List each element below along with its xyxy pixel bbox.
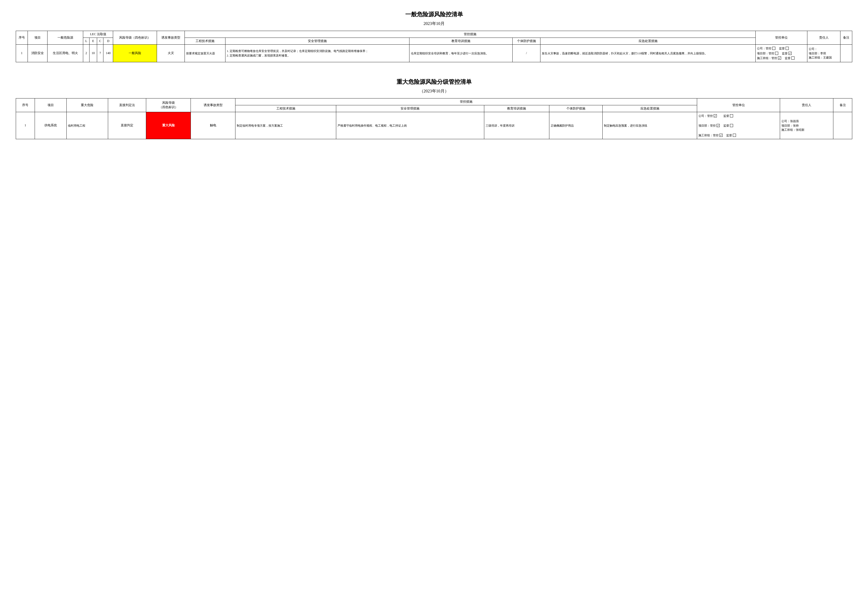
- t2-header-risk-level: 风险等级（四色标识）: [146, 98, 191, 112]
- cell-d: 140: [104, 45, 113, 62]
- header-responsible: 责任人: [807, 31, 840, 45]
- table1: 序号 项目 一般危险源 LEC 法取值 风险等级（四色标识） 诱发事故类型 管控…: [16, 31, 852, 62]
- t2-header-control-measures: 管控措施: [236, 98, 697, 105]
- cell-control-unit: 公司：管控 监督 项目部：管控 监督 施工班组：管控 监督: [756, 45, 807, 62]
- t2-cell-personal: 正确佩戴防护用品: [549, 112, 602, 139]
- cell-trigger: 火灾: [157, 45, 185, 62]
- t2-header-responsible: 责任人: [780, 98, 833, 112]
- cell-risk-level: 一般风险: [113, 45, 157, 62]
- t2-cb1: [714, 114, 717, 117]
- header-emergency: 应急处置措施: [541, 38, 756, 45]
- table1-subtitle: 2023年10月: [16, 21, 852, 26]
- header-personal: 个体防护措施: [513, 38, 541, 45]
- cell-e: 10: [89, 45, 97, 62]
- control-team: 施工班组：管控 监督: [757, 56, 806, 61]
- t2-cell-project: 供电系统: [35, 112, 67, 139]
- t2-cb3: [716, 124, 720, 127]
- t2-cell-responsible: 公司：张战强项目部：张帅施工班组：张绍新: [780, 112, 833, 139]
- cell-personal: /: [513, 45, 541, 62]
- cell-c: 7: [97, 45, 104, 62]
- header-safety-mgmt: 安全管理措施: [225, 38, 409, 45]
- t2-header-personal: 个体防护措施: [549, 105, 602, 112]
- header-c: C: [97, 38, 104, 45]
- t2-cell-education: 三级培训，年度再培训: [484, 112, 549, 139]
- t2-header-safety-mgmt: 安全管理措施: [336, 105, 484, 112]
- cb6: [791, 56, 795, 60]
- cb1: [772, 47, 775, 50]
- cell-responsible: 公司：项目部：李琪施工班组：王建国: [807, 45, 840, 62]
- header-risk-level: 风险等级（四色标识）: [113, 31, 157, 45]
- control-company: 公司：管控 监督: [757, 46, 806, 51]
- header-e: E: [89, 38, 97, 45]
- t2-header-control-unit: 管控单位: [697, 98, 780, 112]
- cell-seq: 1: [16, 45, 28, 62]
- table2-title: 重大危险源风险分级管控清单: [16, 78, 852, 86]
- t2-header-hazard: 重大危险: [67, 98, 108, 112]
- t2-cb5: [719, 134, 722, 137]
- cell-l: 2: [83, 45, 89, 62]
- t2-header-remarks: 备注: [833, 98, 852, 112]
- table1-section: 一般危险源风险控清单 2023年10月 序号 项目 一般危险源 LEC 法取值 …: [16, 11, 852, 62]
- table2-subtitle: （2023年10月）: [16, 89, 852, 94]
- t2-cb2: [730, 114, 733, 117]
- t2-control-company: 公司：管控 监督: [698, 114, 778, 118]
- control-project: 项目部：管控 监督: [757, 51, 806, 56]
- header-control-measures: 管控措施: [185, 31, 756, 38]
- header-engineering: 工程技术措施: [185, 38, 225, 45]
- t2-header-education: 教育培训措施: [484, 105, 549, 112]
- t2-header-engineering: 工程技术措施: [236, 105, 336, 112]
- header-education: 教育培训措施: [409, 38, 513, 45]
- t2-cell-engineering: 制定临时用电专项方案，按方案施工: [236, 112, 336, 139]
- header-trigger: 诱发事故类型: [157, 31, 185, 45]
- header-hazard: 一般危险源: [47, 31, 83, 45]
- header-project: 项目: [28, 31, 47, 45]
- t2-header-project: 项目: [35, 98, 67, 112]
- cell-emergency: 发生火灾事故，迅速切断电源，就近选取消防防器材，扑灭初起火灾，拨打119报警，同…: [541, 45, 756, 62]
- cell-hazard: 生活区用电、明火: [47, 45, 83, 62]
- header-lec: LEC 法取值: [83, 31, 113, 38]
- cb4: [789, 52, 792, 55]
- header-l: L: [83, 38, 89, 45]
- cell-safety-mgmt: 1. 定期检查可燃物堆放仓库安全管理状况，并及时记录；仓库定期组织安消防设施、电…: [225, 45, 409, 62]
- t2-cell-emergency: 制定触电应急预案，进行应急演练: [602, 112, 697, 139]
- t2-header-emergency: 应急处置措施: [602, 105, 697, 112]
- t2-cell-method: 直接判定: [108, 112, 146, 139]
- header-seq: 序号: [16, 31, 28, 45]
- cb3: [775, 52, 778, 55]
- t2-cell-safety-mgmt: 严格遵守临时用电操作规程、电工规程，电工持证上岗: [336, 112, 484, 139]
- t2-control-project: 项目部：管控 监督: [698, 123, 778, 128]
- t2-control-team: 施工班组：管控 监督: [698, 133, 778, 138]
- t2-cell-risk-level: 重大风险: [146, 112, 191, 139]
- cell-education: 仓库定期组织安全培训和教育，每年至少进行一次应急演练。: [409, 45, 513, 62]
- t2-cb4: [730, 124, 733, 127]
- t2-header-method: 直接判定法: [108, 98, 146, 112]
- table-row: 1 消防安全 生活区用电、明火 2 10 7 140 一般风险 火灾 按要求规定…: [16, 45, 852, 62]
- table2: 序号 项目 重大危险 直接判定法 风险等级（四色标识） 诱发事故类型 管控措施 …: [16, 98, 852, 140]
- t2-cell-remarks: [833, 112, 852, 139]
- header-control-unit: 管控单位: [756, 31, 807, 45]
- cell-project: 消防安全: [28, 45, 47, 62]
- t2-cb6: [733, 134, 736, 137]
- t2-cell-trigger: 触电: [191, 112, 236, 139]
- table-row: 1 供电系统 临时用电工程 直接判定 重大风险 触电 制定临时用电专项方案，按方…: [16, 112, 852, 139]
- header-remarks: 备注: [840, 31, 852, 45]
- table2-section: 重大危险源风险分级管控清单 （2023年10月） 序号 项目 重大危险 直接判定…: [16, 78, 852, 140]
- t2-cell-seq: 1: [16, 112, 35, 139]
- t2-header-trigger: 诱发事故类型: [191, 98, 236, 112]
- cell-remarks: [840, 45, 852, 62]
- t2-header-seq: 序号: [16, 98, 35, 112]
- table1-title: 一般危险源风险控清单: [16, 11, 852, 19]
- cb2: [786, 47, 789, 50]
- header-d: D: [104, 38, 113, 45]
- t2-cell-hazard: 临时用电工程: [67, 112, 108, 139]
- cell-engineering: 按要求规定放置灭火器: [185, 45, 225, 62]
- cb5: [778, 56, 781, 60]
- t2-cell-control-unit: 公司：管控 监督 项目部：管控 监督 施工班组：管控 监督: [697, 112, 780, 139]
